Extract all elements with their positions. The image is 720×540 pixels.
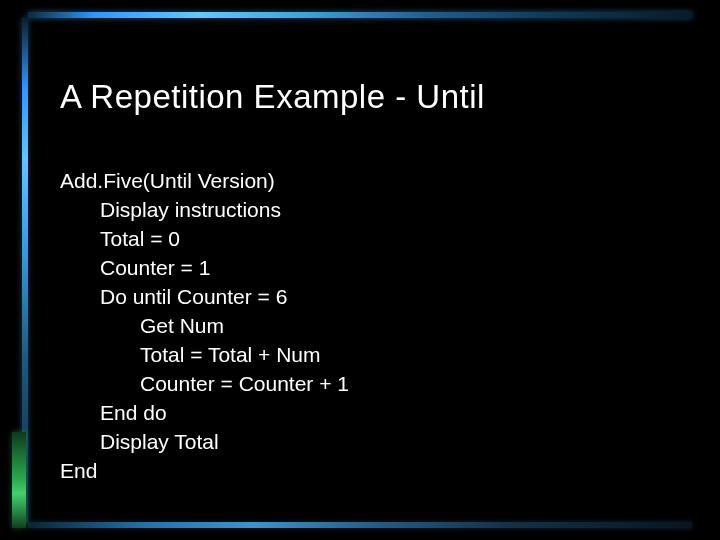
accent-green (12, 432, 26, 528)
border-bottom (28, 522, 692, 528)
slide-title: A Repetition Example - Until (60, 78, 672, 116)
code-line: Add.Five(Until Version) (60, 169, 275, 192)
code-line: Display Total (60, 430, 219, 453)
code-line: Display instructions (60, 198, 281, 221)
code-line: Total = 0 (60, 227, 180, 250)
border-top (28, 12, 692, 18)
code-line: Total = Total + Num (60, 343, 321, 366)
code-line: End do (60, 401, 167, 424)
slide: A Repetition Example - Until Add.Five(Un… (0, 0, 720, 540)
slide-content: A Repetition Example - Until Add.Five(Un… (60, 78, 672, 515)
code-line: End (60, 459, 97, 482)
code-line: Counter = Counter + 1 (60, 372, 349, 395)
code-line: Counter = 1 (60, 256, 210, 279)
pseudocode-block: Add.Five(Until Version) Display instruct… (60, 138, 672, 515)
code-line: Get Num (60, 314, 224, 337)
code-line: Do until Counter = 6 (60, 285, 287, 308)
